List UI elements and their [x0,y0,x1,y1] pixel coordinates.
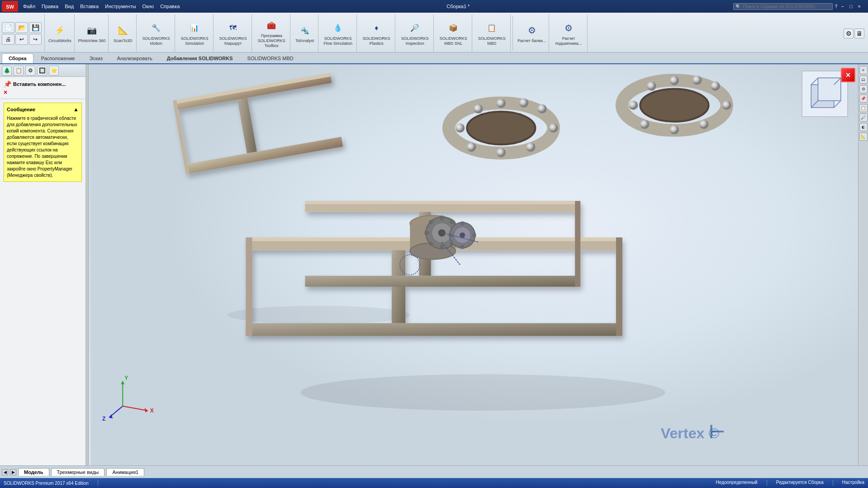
toolbox-tool[interactable]: 🧰 Программа SOLIDWORKS Toolbox [253,14,290,52]
menu-view[interactable]: Вид [62,2,77,10]
favorites-btn[interactable]: ⭐ [49,66,59,76]
svg-point-14 [497,148,506,157]
menu-window[interactable]: Окно [139,2,157,10]
svg-text:SW: SW [6,4,14,9]
photoview-tool[interactable]: 📷 PhotoView 360 [76,14,109,52]
svg-point-19 [711,81,720,90]
svg-point-20 [693,76,702,85]
tab-sketch[interactable]: Эскиз [82,53,109,63]
svg-rect-50 [425,231,429,235]
tolanalyst-tool[interactable]: 🔩 TolAnalyst [291,14,318,52]
commandbar: 📄 📂 💾 🖨 ↩ ↪ ⚡ CircuitWorks 📷 PhotoView 3… [0,13,868,52]
right-tool-1[interactable]: ≡ [859,66,868,74]
svg-rect-34 [392,250,405,323]
tab-animation1[interactable]: Анимация1 [106,468,144,476]
flow-simulation-tool[interactable]: 💧 SOLIDWORKS Flow Simulation [319,14,357,52]
svg-rect-59 [460,222,464,225]
svg-rect-49 [440,245,444,249]
status-settings[interactable]: Настройка [842,480,864,486]
message-section: Сообщение ▲ Нажмите в графической област… [4,103,82,182]
redo-btn[interactable]: ↪ [29,34,42,45]
properties-btn[interactable]: 📋 [14,66,24,76]
tab-3dviews[interactable]: Трехмерные виды [51,468,105,476]
svg-text:Y: Y [124,375,128,381]
open-btn[interactable]: 📂 [15,22,28,33]
menu-bar: Файл Правка Вид Вставка Инструменты Окно… [20,2,183,10]
right-tool-2[interactable]: 🗂 [859,76,868,84]
scanto3d-tool[interactable]: 📐 ScanTo3D [109,14,137,52]
routing-tool[interactable]: 🗺 SOLIDWORKS Маршрут [214,14,252,52]
right-tool-3[interactable]: ⚙ [859,85,868,93]
message-text: Нажмите в графической области для добавл… [7,115,79,179]
menu-file[interactable]: Файл [20,2,38,10]
svg-point-15 [526,142,535,152]
menu-insert[interactable]: Вставка [77,2,102,10]
insert-icon: 📌 [4,81,11,88]
tab-prev-btn[interactable]: ◀ [2,469,8,475]
property-manager-close-btn[interactable]: × [841,68,855,82]
svg-point-12 [455,123,465,133]
svg-rect-60 [460,245,464,249]
help-btn[interactable]: ? [835,4,837,9]
display-options-btn[interactable]: 🖥 [854,28,864,38]
new-btn[interactable]: 📄 [2,22,14,33]
right-tool-4[interactable]: 📌 [859,95,868,103]
svg-point-17 [640,89,708,122]
panel-close-btn[interactable]: × [4,89,7,96]
svg-point-18 [722,101,731,110]
viewport[interactable]: X Y Z Vertex © ⊢ × [89,64,868,465]
undo-btn[interactable]: ↩ [15,34,28,45]
maximize-btn[interactable]: □ [848,4,854,9]
close-window-btn[interactable]: × [856,4,863,9]
view-settings-btn[interactable]: ⚙ [844,28,854,38]
svg-rect-41 [305,276,579,287]
svg-point-21 [670,76,679,85]
svg-point-13 [467,142,476,152]
insert-title: Вставить компонен... [13,81,66,87]
svg-rect-48 [440,216,444,220]
svg-point-23 [629,101,638,110]
minimize-btn[interactable]: − [839,4,845,9]
motion-tool[interactable]: 🔧 SOLIDWORKS Motion [138,14,175,52]
svg-text:Z: Z [102,416,106,422]
mbd-snl-tool[interactable]: 📦 SOLIDWORKS MBD SNL [435,14,472,52]
svg-rect-37 [246,237,252,336]
display-states-btn[interactable]: 🔲 [37,66,47,76]
tab-analyze[interactable]: Анализировать [110,53,159,63]
tab-addons[interactable]: Добавления SOLIDWORKS [160,53,240,63]
statusbar: SOLIDWORKS Premium 2017 x64 Edition Недо… [0,478,868,488]
tab-layout[interactable]: Расположение [34,53,82,63]
tab-next-btn[interactable]: ▶ [10,469,16,475]
menu-tools[interactable]: Инструменты [102,2,139,10]
right-tool-6[interactable]: 🔎 [859,114,868,122]
print-btn[interactable]: 🖨 [2,34,14,45]
calc-bearing-tool[interactable]: ⚙ Расчет подшипника... [550,14,588,52]
calc-beam-tool[interactable]: ⚙ Расчет балки... [515,14,549,52]
inspection-tool[interactable]: 🔎 SOLIDWORKS Inspection [396,14,434,52]
right-tool-8[interactable]: 📐 [859,133,868,141]
feature-tree-btn[interactable]: 🌲 [2,66,12,76]
circuitworks-tool[interactable]: ⚡ CircuitWorks [46,14,75,52]
tab-mbd[interactable]: SOLIDWORKS MBD [241,53,300,63]
search-input[interactable] [743,4,815,9]
menu-edit[interactable]: Правка [38,2,62,10]
window-title: Сборка1 * [446,4,470,9]
svg-point-26 [699,120,708,129]
menu-help[interactable]: Справка [157,2,183,10]
svg-point-3 [300,374,665,411]
svg-rect-36 [616,237,622,336]
ribbontabs: Сборка Расположение Эскиз Анализировать … [0,52,868,64]
message-collapse-btn[interactable]: ▲ [73,106,79,114]
edition-text: SOLIDWORKS Premium 2017 x64 Edition [4,481,89,486]
tab-model[interactable]: Модель [18,468,49,476]
plastics-tool[interactable]: ♦ SOLIDWORKS Plastics [358,14,395,52]
right-tool-7[interactable]: ◐ [859,123,868,131]
mbd-tool[interactable]: 📋 SOLIDWORKS MBD [473,14,511,52]
panel-header: 🌲 📋 ⚙ 🔲 ⭐ [0,64,85,77]
svg-point-24 [640,120,649,129]
configurations-btn[interactable]: ⚙ [25,66,35,76]
simulation-tool[interactable]: 📊 SOLIDWORKS Simulation [176,14,213,52]
save-btn[interactable]: 💾 [29,22,42,33]
right-tool-5[interactable]: 📋 [859,104,868,112]
tab-assembly[interactable]: Сборка [2,53,33,63]
